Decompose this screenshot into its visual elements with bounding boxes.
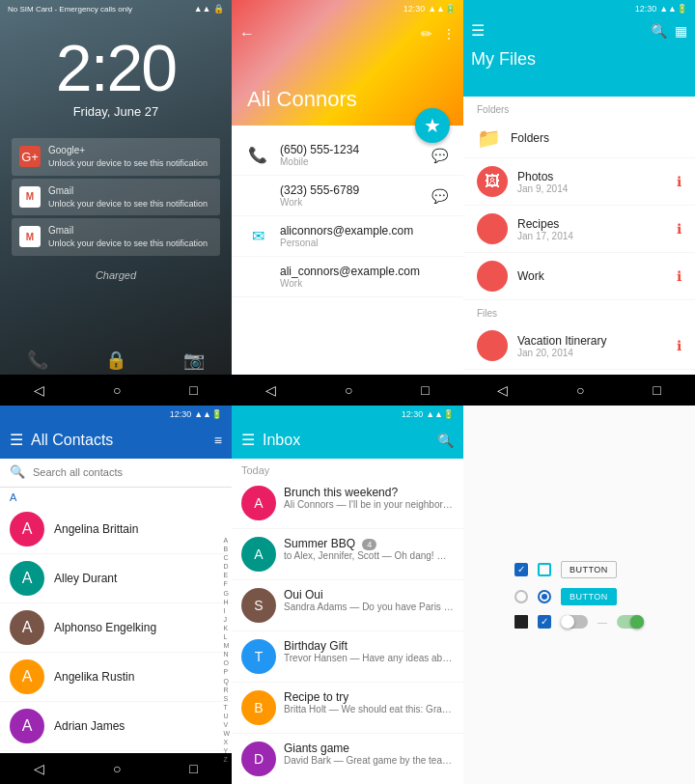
radio-checked[interactable] [538,590,551,603]
contact-edit-icon[interactable]: ✏ [421,26,432,42]
lock-carrier: No SIM Card - Emergency calls only [8,5,132,14]
checkbox-unchecked[interactable] [538,563,551,576]
contacts-menu-icon[interactable]: ☰ [10,431,23,449]
files-photos-name: Photos [517,170,667,183]
files-recipes-item[interactable]: Recipes Jan 17, 2014 ℹ [463,206,695,253]
toggle-off[interactable] [561,615,588,629]
files-grid-icon[interactable]: ▦ [675,23,687,39]
lock-notif-gmail-1[interactable]: M Gmail Unlock your device to see this n… [12,179,220,216]
lock-phone-icon[interactable]: 📞 [27,350,48,371]
files-folder-item[interactable]: 📁 Folders [463,119,695,158]
nav-recent-files[interactable] [653,382,660,398]
contact-status-time: 12:30 [403,4,426,14]
inbox-today-label: Today [232,459,463,478]
radio-unchecked[interactable] [514,590,528,603]
contact-more-icon[interactable]: ⋮ [442,26,456,42]
nav-bar-contacts [0,753,232,784]
inbox-header-row: ☰ Inbox 🔍 [241,423,454,459]
contact-phone1-number: (650) 555-1234 [280,143,420,156]
lock-unlock-icon[interactable]: 🔒 [105,350,126,371]
files-vacation-date: Jan 20, 2014 [517,348,667,358]
files-work-item[interactable]: Work ℹ [463,253,695,300]
contact-star-button[interactable]: ★ [415,108,450,143]
inbox-email-bbq[interactable]: A Summer BBQ 4 to Alex, Jennifer, Scott … [232,529,463,580]
button-outline[interactable]: BUTTON [561,561,617,578]
files-search-icon[interactable]: 🔍 [651,23,667,39]
nav-home-contacts[interactable] [113,761,121,776]
contacts-title: All Contacts [31,432,113,449]
contacts-search-input[interactable] [33,466,222,478]
phone-icon: 📞 [247,146,268,164]
inbox-email-recipe[interactable]: B Recipe to try Britta Holt — We should … [232,683,463,734]
lock-clock: 2:20 [0,35,232,100]
nav-recent-contacts[interactable] [189,761,197,776]
inbox-menu-icon[interactable]: ☰ [241,431,255,449]
nav-recent-lock[interactable] [189,382,197,398]
nav-back-lock[interactable] [34,382,44,398]
inbox-subject-ouioui: Oui Oui [284,588,454,602]
nav-home-lock[interactable] [113,382,121,398]
files-recipes-date: Jan 17, 2014 [517,231,667,241]
checkbox-checked[interactable] [514,563,528,576]
contacts-signal: ▲▲🔋 [194,409,222,419]
contacts-filter-icon[interactable]: ≡ [214,433,222,448]
nav-bar-lock [0,375,232,406]
contact-item-angelina[interactable]: A Angelina Brittain [0,505,232,554]
nav-back-files[interactable] [497,382,508,398]
nav-home-files[interactable] [576,382,584,398]
contact-phone-work[interactable]: (323) 555-6789 Work 💬 [232,176,463,216]
lock-notif-gmail-2[interactable]: M Gmail Unlock your device to see this n… [12,218,220,256]
gmail-icon-2: M [19,226,41,247]
contact-phone1-action[interactable]: 💬 [431,148,448,163]
toggle-divider: — [598,617,607,628]
inbox-email-giants[interactable]: D Giants game David Bark — Great game by… [232,734,463,784]
inbox-header: 12:30 ▲▲🔋 ☰ Inbox 🔍 [232,406,463,459]
vacation-icon [477,330,508,361]
inbox-email-ouioui[interactable]: S Oui Oui Sandra Adams — Do you have Par… [232,580,463,631]
toggle-on[interactable] [617,615,644,629]
lock-camera-icon[interactable]: 📷 [183,350,205,371]
contact-signal: ▲▲🔋 [428,4,456,14]
nav-back-contact[interactable] [265,382,276,398]
checkbox-dark-checked[interactable] [538,615,551,629]
inbox-preview-brunch: Ali Connors — I'll be in your neighborho… [284,499,454,510]
contact-item-alphonso[interactable]: A Alphonso Engelking [0,603,232,653]
nav-home-contact[interactable] [345,382,352,398]
inbox-preview-ouioui: Sandra Adams — Do you have Paris reco... [284,602,454,612]
contact-back-button[interactable]: ← [239,25,255,42]
inbox-status-bar: 12:30 ▲▲🔋 [241,406,454,423]
contacts-alpha-index: ABCDEFGHIJKLMNOPQRSTUVWXYZ [223,536,230,764]
nav-recent-contact[interactable] [421,382,429,398]
contacts-header: 12:30 ▲▲🔋 ☰ All Contacts ≡ [0,406,232,459]
lock-notif-googleplus[interactable]: G+ Google+ Unlock your device to see thi… [12,138,220,176]
contact-item-alley[interactable]: A Alley Durant [0,554,232,603]
contact-email2: ali_connors@example.com [280,265,448,278]
contact-email-personal[interactable]: ✉ aliconnors@example.com Personal [232,216,463,257]
files-photos-item[interactable]: 🖼 Photos Jan 9, 2014 ℹ [463,158,695,206]
files-menu-icon[interactable]: ☰ [471,21,485,40]
files-folder-name: Folders [511,131,681,145]
contact-phone2-action[interactable]: 💬 [431,188,448,204]
inbox-email-brunch[interactable]: A Brunch this weekend? Ali Connors — I'l… [232,478,463,529]
contact-avatar-angelika: A [10,659,44,694]
email-icon: ✉ [247,227,268,245]
contacts-search-icon: 🔍 [10,464,25,479]
contact-item-adrian[interactable]: A Adrian James [0,702,232,751]
lock-notif-googleplus-title: Google+ [48,145,85,155]
nav-back-contacts[interactable] [34,761,44,776]
contact-email-work[interactable]: ali_connors@example.com Work [232,257,463,297]
inbox-subject-birthday: Birthday Gift [284,639,454,653]
files-vacation-item[interactable]: Vacation Itinerary Jan 20, 2014 ℹ [463,322,695,370]
inbox-search-icon[interactable]: 🔍 [437,433,454,448]
files-status-time: 12:30 [635,4,657,14]
inbox-email-birthday[interactable]: T Birthday Gift Trevor Hansen — Have any… [232,631,463,683]
button-filled[interactable]: BUTTON [561,588,617,605]
inbox-avatar-trevor: T [241,639,276,674]
dark-square [514,615,528,629]
inbox-avatar-aliconnors: A [241,486,276,520]
contacts-search-bar: 🔍 [0,459,232,488]
contact-phone2-number: (323) 555-6789 [280,183,420,197]
inbox-subject-recipe: Recipe to try [284,690,454,704]
contact-item-angelika[interactable]: A Angelika Rustin [0,653,232,702]
files-signal: ▲▲🔋 [659,4,687,14]
